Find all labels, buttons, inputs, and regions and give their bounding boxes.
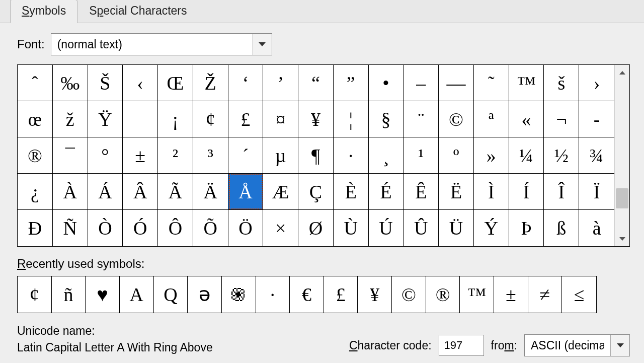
symbol-cell[interactable]: ½ xyxy=(544,137,579,174)
recent-symbol-cell[interactable]: ə xyxy=(188,276,222,313)
symbol-cell[interactable]: ¤ xyxy=(263,101,298,137)
symbol-cell[interactable]: Û xyxy=(404,210,439,246)
recent-symbol-cell[interactable]: Q xyxy=(154,276,188,313)
symbol-cell[interactable]: › xyxy=(579,65,614,101)
symbol-cell[interactable]: ‹ xyxy=(123,65,158,101)
symbol-cell[interactable]: Á xyxy=(88,174,123,210)
symbol-cell[interactable]: – xyxy=(404,65,439,101)
symbol-cell[interactable]: Ð xyxy=(18,210,53,246)
symbol-cell[interactable]: È xyxy=(334,174,369,210)
symbol-cell[interactable]: ¹ xyxy=(404,137,439,174)
symbol-cell[interactable]: ˜ xyxy=(474,65,509,101)
symbol-cell[interactable]: Â xyxy=(123,174,158,210)
symbol-cell[interactable]: Ø xyxy=(298,210,334,246)
symbol-cell[interactable]: · xyxy=(334,137,369,174)
recent-symbol-cell[interactable]: ≠ xyxy=(528,276,562,313)
symbol-cell[interactable]: Ä xyxy=(193,174,228,210)
symbol-cell[interactable]: Ë xyxy=(439,174,474,210)
symbol-cell[interactable]: š xyxy=(544,65,579,101)
symbol-cell[interactable]: « xyxy=(509,101,544,137)
symbol-cell[interactable]: Í xyxy=(509,174,544,210)
recent-symbol-cell[interactable]: · xyxy=(256,276,290,313)
symbol-cell[interactable]: À xyxy=(53,174,88,210)
symbol-cell[interactable]: Ñ xyxy=(53,210,88,246)
symbol-cell[interactable]: ¶ xyxy=(298,137,334,174)
from-dropdown-button[interactable] xyxy=(610,335,629,356)
symbol-cell[interactable]: Ï xyxy=(579,174,614,210)
symbol-cell[interactable]: Õ xyxy=(193,210,228,246)
symbol-cell[interactable]: Æ xyxy=(263,174,298,210)
symbol-cell[interactable]: ‘ xyxy=(228,65,264,101)
symbol-cell[interactable] xyxy=(123,101,158,137)
symbol-cell[interactable]: “ xyxy=(298,65,334,101)
symbol-cell[interactable]: Ü xyxy=(439,210,474,246)
symbol-cell[interactable]: Ò xyxy=(88,210,123,246)
symbol-cell[interactable]: Ó xyxy=(123,210,158,246)
symbol-cell[interactable]: ¦ xyxy=(334,101,369,137)
tab-special-characters[interactable]: Special Characters xyxy=(77,0,198,23)
recent-symbol-cell[interactable]: ≤ xyxy=(562,276,596,313)
symbol-cell[interactable]: ž xyxy=(53,101,88,137)
recent-symbol-cell[interactable]: ֍ xyxy=(222,276,256,313)
symbol-cell[interactable]: ¼ xyxy=(509,137,544,174)
symbol-cell[interactable]: Ô xyxy=(158,210,193,246)
symbol-cell[interactable]: • xyxy=(369,65,404,101)
recent-symbol-cell[interactable]: £ xyxy=(324,276,358,313)
symbol-cell[interactable]: ´ xyxy=(228,137,264,174)
font-combo[interactable] xyxy=(51,33,272,55)
symbol-cell[interactable]: — xyxy=(439,65,474,101)
symbol-cell[interactable]: Ç xyxy=(298,174,334,210)
symbol-cell[interactable]: ª xyxy=(474,101,509,137)
symbol-cell[interactable]: Ê xyxy=(404,174,439,210)
symbol-cell[interactable]: ¸ xyxy=(369,137,404,174)
recent-symbol-cell[interactable]: ¢ xyxy=(18,276,52,313)
symbol-cell[interactable]: ¬ xyxy=(544,101,579,137)
symbol-cell[interactable]: © xyxy=(439,101,474,137)
recent-symbol-cell[interactable]: € xyxy=(290,276,324,313)
recent-symbol-cell[interactable]: ™ xyxy=(460,276,494,313)
symbol-cell[interactable]: Ÿ xyxy=(88,101,123,137)
symbol-cell[interactable]: × xyxy=(263,210,298,246)
font-input[interactable] xyxy=(51,34,253,55)
scrollbar-thumb[interactable] xyxy=(616,188,628,208)
font-dropdown-button[interactable] xyxy=(253,34,272,55)
scroll-up-button[interactable] xyxy=(615,65,629,80)
symbol-cell[interactable]: Þ xyxy=(509,210,544,246)
symbol-cell[interactable]: £ xyxy=(228,101,264,137)
recent-symbol-cell[interactable]: ± xyxy=(494,276,528,313)
symbol-cell[interactable]: µ xyxy=(263,137,298,174)
symbol-cell[interactable]: Î xyxy=(544,174,579,210)
symbol-cell[interactable]: Š xyxy=(88,65,123,101)
symbol-cell[interactable]: ‰ xyxy=(53,65,88,101)
symbol-cell[interactable]: Ú xyxy=(369,210,404,246)
symbol-cell[interactable]: Ý xyxy=(474,210,509,246)
symbol-cell[interactable]: ¾ xyxy=(579,137,614,174)
symbol-cell[interactable]: º xyxy=(439,137,474,174)
symbol-cell[interactable]: ¢ xyxy=(193,101,228,137)
symbol-cell[interactable]: ² xyxy=(158,137,193,174)
symbol-cell[interactable]: ­- xyxy=(579,101,614,137)
recent-symbol-cell[interactable]: A xyxy=(120,276,154,313)
from-input[interactable] xyxy=(525,335,610,356)
charcode-input[interactable] xyxy=(439,335,484,356)
symbol-cell[interactable]: ³ xyxy=(193,137,228,174)
symbol-cell[interactable]: ’ xyxy=(263,65,298,101)
grid-scrollbar[interactable] xyxy=(614,65,629,246)
tab-symbols[interactable]: Symbols xyxy=(10,0,77,23)
symbol-cell[interactable]: ¿ xyxy=(18,174,53,210)
symbol-cell[interactable]: ¥ xyxy=(298,101,334,137)
symbol-cell[interactable]: Ã xyxy=(158,174,193,210)
symbol-cell[interactable]: Ö xyxy=(228,210,264,246)
recent-symbol-cell[interactable]: ñ xyxy=(52,276,86,313)
symbol-cell[interactable]: § xyxy=(369,101,404,137)
symbol-cell[interactable]: ˆ xyxy=(18,65,53,101)
recent-symbol-cell[interactable]: ¥ xyxy=(358,276,392,313)
symbol-cell[interactable]: ° xyxy=(88,137,123,174)
symbol-cell[interactable]: Ù xyxy=(334,210,369,246)
recent-symbol-cell[interactable]: © xyxy=(392,276,426,313)
symbol-cell[interactable]: ” xyxy=(334,65,369,101)
from-combo[interactable] xyxy=(524,334,630,356)
symbol-cell[interactable]: É xyxy=(369,174,404,210)
symbol-cell[interactable]: ¯ xyxy=(53,137,88,174)
scroll-down-button[interactable] xyxy=(615,231,629,246)
